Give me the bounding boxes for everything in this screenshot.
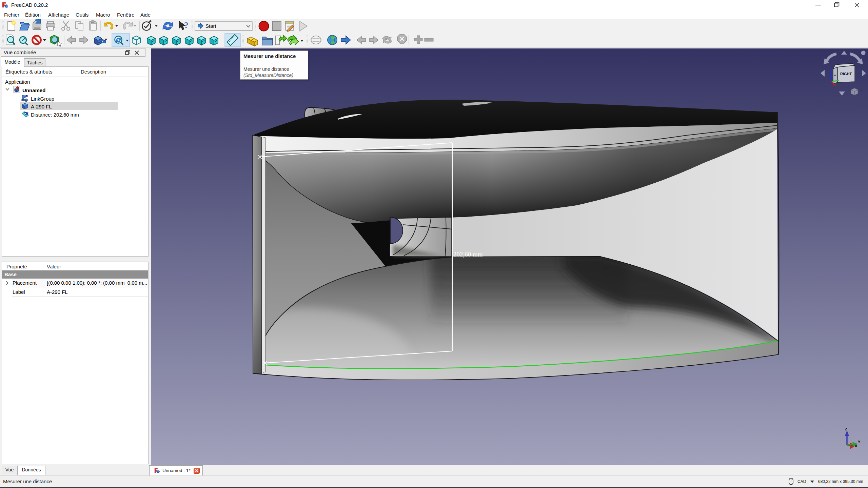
svg-text:?: ?	[184, 20, 189, 30]
svg-text:Z: Z	[845, 427, 847, 431]
svg-text:Start: Start	[205, 23, 217, 29]
svg-text:202,60 mm: 202,60 mm	[453, 251, 483, 258]
svg-text:RIGHT: RIGHT	[840, 72, 852, 76]
svg-text:Y: Y	[858, 440, 861, 444]
svg-text:W: W	[834, 74, 836, 77]
